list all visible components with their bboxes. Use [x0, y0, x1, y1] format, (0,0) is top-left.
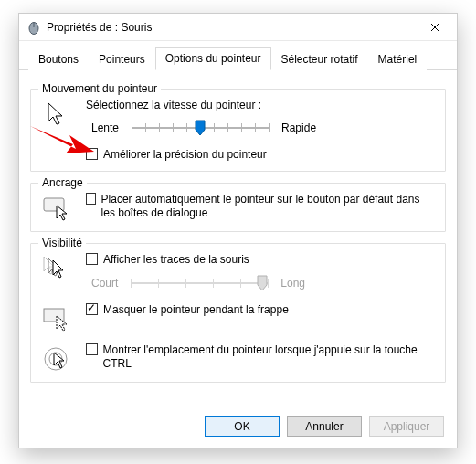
show-ctrl-location-label: Montrer l'emplacement du pointeur lorsqu…: [103, 343, 436, 371]
tab-pointer-options[interactable]: Options du pointeur: [155, 47, 271, 70]
hide-while-typing-checkbox[interactable]: [86, 303, 98, 315]
hide-typing-icon: [40, 303, 75, 332]
properties-dialog: Propriétés de : Souris Boutons Pointeurs…: [18, 13, 458, 448]
speed-slider[interactable]: Lente Rapide: [91, 119, 436, 137]
tab-wheel[interactable]: Sélecteur rotatif: [271, 48, 368, 70]
speed-slider-thumb[interactable]: [195, 120, 206, 136]
trails-slider-thumb: [257, 275, 268, 291]
trails-icon: [40, 253, 75, 282]
close-button[interactable]: [415, 15, 455, 40]
pointer-trails-label: Afficher les traces de la souris: [103, 253, 249, 267]
trails-slider: Court Long: [91, 274, 436, 292]
trails-short-label: Court: [91, 277, 118, 290]
group-visibility: Visibilité Afficher les traces de la sou…: [30, 243, 446, 383]
cursor-icon: [40, 99, 75, 128]
tab-buttons[interactable]: Boutons: [28, 48, 89, 70]
titlebar: Propriétés de : Souris: [19, 14, 457, 41]
group-snap: Ancrage Placer automatiquement le pointe…: [30, 183, 446, 232]
speed-prompt: Sélectionnez la vitesse du pointeur :: [86, 99, 436, 111]
trails-long-label: Long: [280, 277, 305, 290]
snap-to-default-label: Placer automatiquement le pointeur sur l…: [101, 193, 436, 220]
group-motion: Mouvement du pointeur Sélectionnez la vi…: [30, 89, 446, 172]
group-snap-title: Ancrage: [38, 176, 87, 189]
speed-fast-label: Rapide: [281, 121, 316, 134]
mouse-icon: [26, 20, 41, 35]
ctrl-locate-icon: [40, 343, 75, 373]
ok-button[interactable]: OK: [205, 416, 280, 437]
cancel-button[interactable]: Annuler: [287, 416, 362, 437]
hide-while-typing-label: Masquer le pointeur pendant la frappe: [103, 303, 289, 317]
pointer-trails-checkbox[interactable]: [86, 253, 98, 265]
snap-icon: [40, 193, 75, 222]
apply-button: Appliquer: [369, 416, 444, 437]
snap-to-default-checkbox[interactable]: [86, 193, 96, 205]
tab-hardware[interactable]: Matériel: [368, 48, 428, 70]
group-visibility-title: Visibilité: [38, 237, 86, 249]
tab-pointers[interactable]: Pointeurs: [89, 48, 155, 70]
dialog-buttons: OK Annuler Appliquer: [205, 416, 444, 437]
tab-content: Mouvement du pointeur Sélectionnez la vi…: [19, 70, 457, 394]
window-title: Propriétés de : Souris: [47, 21, 415, 34]
group-motion-title: Mouvement du pointeur: [38, 82, 161, 95]
tab-strip: Boutons Pointeurs Options du pointeur Sé…: [19, 41, 457, 70]
enhance-precision-checkbox[interactable]: [86, 148, 98, 160]
enhance-precision-label: Améliorer la précision du pointeur: [103, 148, 267, 162]
speed-slow-label: Lente: [91, 121, 119, 134]
show-ctrl-location-checkbox[interactable]: [86, 343, 98, 355]
